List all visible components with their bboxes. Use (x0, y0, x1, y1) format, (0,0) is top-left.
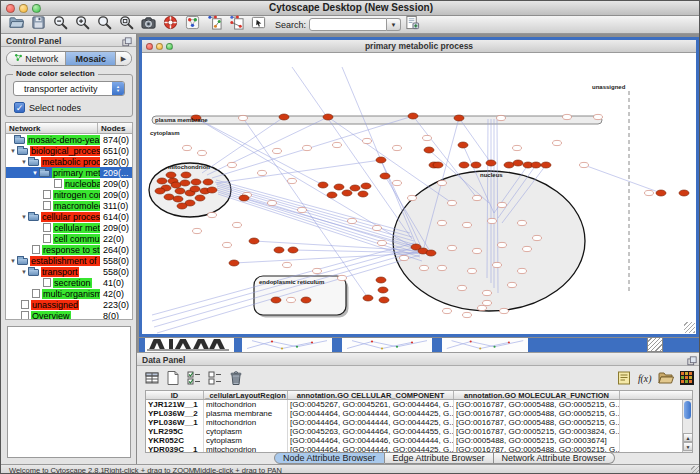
save-session-icon[interactable] (28, 14, 48, 31)
tab-network[interactable]: Network (7, 52, 66, 65)
notes-icon[interactable] (614, 369, 633, 388)
tree-expand-arrow-icon[interactable]: ▼ (9, 148, 17, 154)
network-node[interactable] (448, 245, 457, 250)
network-node[interactable] (473, 195, 482, 200)
network-node[interactable] (363, 138, 372, 143)
network-node-selected[interactable] (181, 172, 191, 178)
network-node-selected[interactable] (361, 183, 371, 189)
network-node-selected[interactable] (433, 162, 443, 168)
network-node-selected[interactable] (207, 187, 217, 193)
scroll-down-icon[interactable]: ▼ (683, 442, 693, 451)
table-row[interactable]: YJR121W__1mitochondrion[GO:0045267, GO:0… (146, 400, 692, 409)
network-node-selected[interactable] (679, 190, 689, 196)
network-node[interactable] (448, 200, 457, 205)
network-node-selected[interactable] (318, 182, 328, 188)
network-node-selected[interactable] (376, 277, 386, 283)
network-node[interactable] (268, 200, 277, 205)
network-node[interactable] (438, 265, 447, 270)
network-node[interactable] (468, 268, 477, 273)
network-node[interactable] (258, 170, 267, 175)
search-dropdown-arrow-icon[interactable]: ▼ (387, 18, 401, 31)
network-node[interactable] (488, 218, 497, 223)
select-attributes-icon[interactable] (184, 369, 203, 388)
network-node-selected[interactable] (350, 185, 360, 191)
network-node-selected[interactable] (274, 247, 284, 253)
tree-row-mosaic-demo-yeast[interactable]: mosaic-demo-yeast874(0) (6, 134, 132, 145)
network-node[interactable] (483, 290, 492, 295)
network-node[interactable] (393, 145, 402, 150)
matrix-icon[interactable] (677, 369, 696, 388)
tab-mosaic[interactable]: Mosaic (66, 52, 116, 65)
import-attributes-icon[interactable] (656, 369, 675, 388)
network-node[interactable] (273, 148, 282, 153)
network-node-selected[interactable] (173, 196, 183, 202)
network-node-selected[interactable] (249, 238, 259, 244)
network-node[interactable] (333, 142, 342, 147)
network-node-selected[interactable] (454, 115, 464, 121)
tree-expand-arrow-icon[interactable]: ▼ (20, 159, 28, 165)
network-node-selected[interactable] (378, 287, 388, 293)
network-node-selected[interactable] (458, 142, 468, 148)
network-node-selected[interactable] (363, 295, 373, 301)
network-node-selected[interactable] (471, 162, 481, 168)
node-color-dropdown[interactable]: transporter activity ▲▼ (13, 81, 125, 96)
network-node-selected[interactable] (486, 160, 496, 166)
network-node[interactable] (198, 150, 207, 155)
network-node-selected[interactable] (171, 182, 181, 188)
network-node-selected[interactable] (358, 191, 368, 197)
table-row[interactable]: YLR295Ccytoplasm[GO:0045263, GO:0044464,… (146, 427, 692, 436)
network-node[interactable] (508, 282, 517, 287)
network-node-selected[interactable] (271, 297, 281, 303)
create-view-icon[interactable] (204, 14, 224, 31)
network-node-selected[interactable] (504, 162, 514, 168)
network-node[interactable] (523, 246, 532, 251)
network-node[interactable] (645, 190, 654, 195)
network-node-selected[interactable] (195, 195, 205, 201)
network-node-selected[interactable] (380, 173, 390, 179)
network-node-selected[interactable] (459, 162, 469, 168)
table-row[interactable]: YKR052Ccytoplasm[GO:0044464, GO:0044446,… (146, 436, 692, 445)
network-node[interactable] (183, 145, 192, 150)
vizmapper-icon[interactable] (182, 14, 202, 31)
snapshot-icon[interactable] (138, 14, 158, 31)
network-canvas[interactable]: plasma membranecytoplasmmitochondrionnuc… (142, 53, 696, 334)
network-node[interactable] (483, 300, 492, 305)
network-edge[interactable] (584, 165, 661, 193)
network-node[interactable] (288, 178, 297, 183)
network-node-selected[interactable] (379, 297, 389, 303)
network-view-window[interactable]: primary metabolic process plasma membran… (139, 37, 699, 337)
tab-edge-attribute-browser[interactable]: Edge Attribute Browser (385, 452, 494, 464)
scrollbar-thumb[interactable] (684, 401, 691, 419)
network-node-selected[interactable] (424, 147, 434, 153)
network-node[interactable] (594, 114, 603, 119)
network-node[interactable] (493, 262, 502, 267)
network-node[interactable] (193, 228, 202, 233)
network-node[interactable] (408, 195, 417, 200)
network-edge[interactable] (202, 117, 284, 173)
tree-row-unassigned[interactable]: unassigned223(0) (6, 299, 132, 310)
network-node-selected[interactable] (177, 203, 187, 209)
network-edge[interactable] (212, 116, 413, 178)
network-node-selected[interactable] (239, 195, 249, 201)
tree-row-biological-process[interactable]: ▼biological_process651(0) (6, 145, 132, 156)
window-resize-grip[interactable] (691, 466, 700, 474)
network-node[interactable] (223, 242, 232, 247)
tree-row-primary-metabo[interactable]: ▼primary metabo209(... (6, 167, 132, 178)
new-attribute-icon[interactable] (163, 369, 182, 388)
network-node-selected[interactable] (426, 250, 436, 256)
network-node[interactable] (438, 180, 447, 185)
network-node[interactable] (498, 202, 507, 207)
network-node[interactable] (533, 235, 542, 240)
tree-row-nucleobase-[interactable]: nucleobase-209(0) (6, 178, 132, 189)
network-node[interactable] (463, 222, 472, 227)
view-resize-grip[interactable] (684, 322, 695, 333)
network-node[interactable] (373, 225, 382, 230)
region-nucleus[interactable] (393, 171, 585, 311)
select-nodes-checkbox[interactable]: ✓ (14, 102, 25, 113)
network-node[interactable] (498, 242, 507, 247)
attribute-grid-icon[interactable] (142, 369, 161, 388)
network-node-selected[interactable] (288, 247, 298, 253)
tree-expand-arrow-icon[interactable]: ▼ (20, 269, 28, 275)
destroy-view-icon[interactable] (226, 14, 246, 31)
network-node[interactable] (553, 140, 562, 145)
